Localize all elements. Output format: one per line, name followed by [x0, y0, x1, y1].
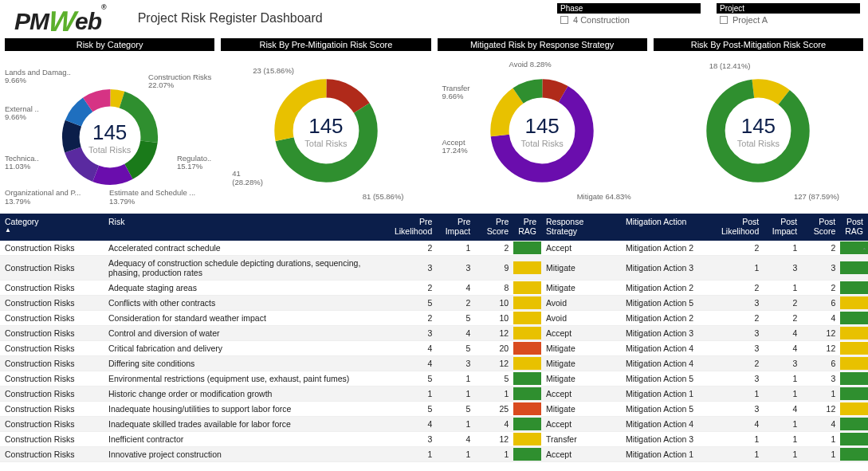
table-row[interactable]: Construction RisksInadequate skilled tra…: [0, 417, 868, 432]
cell-category: Construction Risks: [0, 417, 104, 432]
cell-pre-likelihood: 1: [390, 447, 437, 462]
col-category[interactable]: Category▲: [0, 214, 104, 241]
cell-pre-score: 10: [475, 296, 513, 311]
table-row[interactable]: Construction RisksDiffering site conditi…: [0, 356, 868, 371]
cell-pre-score: 25: [475, 402, 513, 417]
cell-post-impact: 2: [764, 296, 802, 311]
cell-post-impact: 4: [764, 326, 802, 341]
cell-pre-score: 12: [475, 432, 513, 447]
cell-post-likelihood: 2: [717, 241, 764, 256]
cell-pre-likelihood: 5: [390, 371, 437, 387]
cell-strategy: Mitigate: [541, 256, 621, 281]
filter-bar: Phase 4 Construction Project Project A: [557, 3, 860, 26]
cell-action: Mitigation Action 5: [621, 296, 717, 311]
chart-title: Mitigated Risk by Response Strategy: [438, 38, 647, 51]
cell-category: Construction Risks: [0, 371, 104, 387]
col-pre-likelihood[interactable]: Pre Likelihood: [390, 214, 437, 241]
cell-pre-rag: [513, 387, 541, 402]
table-header: Category▲ Risk Pre Likelihood Pre Impact…: [0, 214, 868, 241]
chart-center-value: 145: [88, 120, 131, 145]
table-row[interactable]: Construction RisksAdequacy of constructi…: [0, 256, 868, 281]
table-row[interactable]: Construction RisksInnovative project con…: [0, 447, 868, 462]
chart-label: Organizational and P... 13.79%: [5, 189, 81, 206]
cell-strategy: Accept: [541, 241, 621, 256]
cell-post-score: 12: [802, 326, 840, 341]
col-pre-score[interactable]: Pre Score: [475, 214, 513, 241]
cell-pre-likelihood: 2: [390, 281, 437, 296]
col-post-likelihood[interactable]: Post Likelihood: [717, 214, 764, 241]
cell-post-likelihood: 4: [717, 417, 764, 432]
cell-action: Mitigation Action 2: [621, 241, 717, 256]
col-post-rag[interactable]: Post RAG: [840, 214, 868, 241]
table-row[interactable]: Construction RisksHistoric change order …: [0, 387, 868, 402]
col-pre-rag[interactable]: Pre RAG: [513, 214, 541, 241]
cell-action: Mitigation Action 5: [621, 402, 717, 417]
cell-category: Construction Risks: [0, 432, 104, 447]
cell-post-likelihood: 2: [717, 281, 764, 296]
scroll-up-icon: ˆ: [863, 247, 866, 255]
chart-post-mitigation-score[interactable]: Risk By Post-Mitigation Risk Score 145 T…: [654, 38, 863, 210]
cell-pre-likelihood: 1: [390, 387, 437, 402]
cell-strategy: Accept: [541, 447, 621, 462]
cell-risk: Consideration for standard weather impac…: [104, 311, 390, 326]
cell-category: Construction Risks: [0, 311, 104, 326]
col-post-score[interactable]: Post Score: [802, 214, 840, 241]
scrollbar[interactable]: ˆ: [863, 245, 868, 462]
chart-label: 23 (15.86%): [253, 67, 294, 75]
cell-pre-rag: [513, 371, 541, 387]
cell-post-impact: 1: [764, 432, 802, 447]
chart-response-strategy[interactable]: Mitigated Risk by Response Strategy 145 …: [438, 38, 647, 210]
cell-post-impact: 1: [764, 371, 802, 387]
chart-pre-mitigation-score[interactable]: Risk By Pre-Mitigatioin Risk Score 145 T…: [221, 38, 430, 210]
table-row[interactable]: Construction RisksInadequate housing/uti…: [0, 402, 868, 417]
table-row[interactable]: Construction RisksCritical fabrication a…: [0, 341, 868, 356]
cell-action: Mitigation Action 3: [621, 256, 717, 281]
chart-risk-by-category[interactable]: Risk by Category 145 Total Risks: [5, 38, 214, 210]
cell-pre-impact: 4: [437, 281, 475, 296]
col-response-strategy[interactable]: Response Strategy: [541, 214, 621, 241]
cell-post-likelihood: 2: [717, 356, 764, 371]
table-row[interactable]: Construction RisksConsideration for stan…: [0, 311, 868, 326]
cell-risk: Inadequate skilled trades available for …: [104, 417, 390, 432]
cell-pre-impact: 5: [437, 402, 475, 417]
filter-phase[interactable]: Phase 4 Construction: [557, 3, 701, 26]
table-row[interactable]: Construction RisksAdequate staging areas…: [0, 281, 868, 296]
cell-pre-score: 1: [475, 447, 513, 462]
cell-action: Mitigation Action 4: [621, 356, 717, 371]
logo-eb: eb: [75, 8, 101, 34]
cell-strategy: Avoid: [541, 296, 621, 311]
chart-label: Transfer 9.66%: [442, 84, 470, 101]
cell-post-score: 1: [802, 447, 840, 462]
cell-pre-rag: [513, 296, 541, 311]
risk-table[interactable]: Category▲ Risk Pre Likelihood Pre Impact…: [0, 214, 868, 462]
checkbox-icon[interactable]: [720, 16, 728, 24]
col-post-impact[interactable]: Post Impact: [764, 214, 802, 241]
cell-pre-score: 4: [475, 417, 513, 432]
table-row[interactable]: Construction RisksConflicts with other c…: [0, 296, 868, 311]
cell-pre-score: 10: [475, 311, 513, 326]
chart-label: Regulato.. 15.17%: [177, 155, 211, 171]
chart-label: Technica.. 11.03%: [5, 155, 39, 171]
chart-center-value: 145: [521, 114, 564, 139]
logo-reg: ®: [101, 3, 106, 11]
filter-project[interactable]: Project Project A: [717, 3, 860, 26]
cell-post-likelihood: 1: [717, 256, 764, 281]
cell-action: Mitigation Action 4: [621, 341, 717, 356]
col-risk[interactable]: Risk: [104, 214, 390, 241]
chart-title: Risk by Category: [5, 38, 214, 51]
col-mitigation-action[interactable]: Mitigation Action: [621, 214, 717, 241]
cell-pre-score: 12: [475, 356, 513, 371]
table-row[interactable]: Construction RisksEnvironmental restrict…: [0, 371, 868, 387]
col-pre-impact[interactable]: Pre Impact: [437, 214, 475, 241]
cell-post-impact: 1: [764, 241, 802, 256]
cell-pre-likelihood: 3: [390, 432, 437, 447]
table-row[interactable]: Construction RisksAccelerated contract s…: [0, 241, 868, 256]
table-row[interactable]: Construction RisksInefficient contractor…: [0, 432, 868, 447]
cell-strategy: Accept: [541, 387, 621, 402]
logo: PMWeb®: [14, 3, 106, 37]
cell-risk: Control and diversion of water: [104, 326, 390, 341]
checkbox-icon[interactable]: [560, 16, 568, 24]
chart-title: Risk By Pre-Mitigatioin Risk Score: [221, 38, 430, 51]
table-row[interactable]: Construction RisksControl and diversion …: [0, 326, 868, 341]
chart-label: Construction Risks 22.07%: [148, 73, 211, 90]
